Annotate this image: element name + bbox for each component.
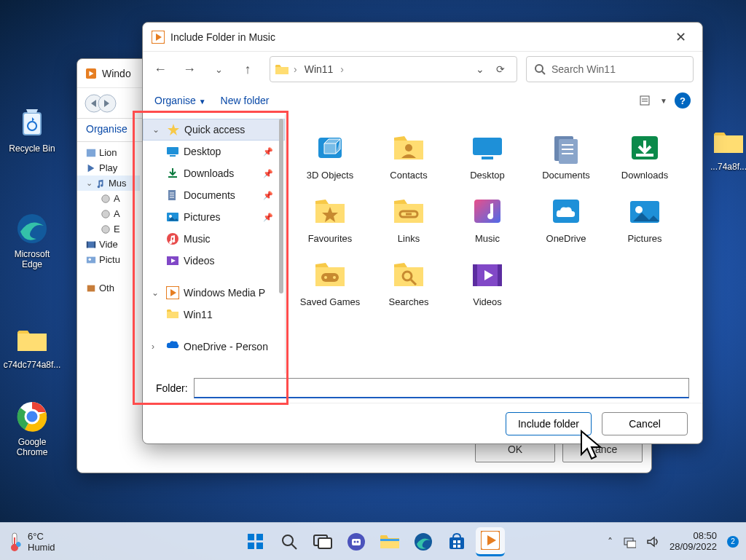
desktop-icon-folder-right[interactable]: ...74a8f... [699,124,746,172]
tree-item[interactable]: E [114,224,120,234]
cursor-icon [579,430,605,462]
nav-label: Downloads [184,167,234,179]
nav-pictures[interactable]: Pictures 📌 [143,206,285,228]
back-button[interactable]: ← [147,56,173,82]
folder-name-input[interactable] [194,378,689,398]
folder-tile-searches[interactable]: Searches [372,254,446,310]
folder-tile-saved-games[interactable]: Saved Games [293,254,367,310]
disc-icon [101,194,111,204]
search-taskbar[interactable] [275,527,304,556]
chevron-right-icon: › [152,342,162,352]
desktop-label: c74dc774a8f... [3,360,61,370]
tree-item[interactable]: A [114,193,120,204]
tree-item[interactable]: Pictu [99,254,120,265]
close-button[interactable]: ✕ [668,26,694,48]
nav-videos[interactable]: Videos [143,250,285,272]
play-icon [86,163,96,173]
thermometer-icon [7,532,22,552]
svg-rect-51 [473,138,502,155]
folder-icon [275,63,289,76]
nav-arrows[interactable] [85,94,117,113]
folder-icon [15,322,50,357]
folder-tile-desktop[interactable]: Desktop [450,127,525,184]
folder-tile-favourites[interactable]: Favourites [293,191,367,247]
tile-label: Desktop [453,170,522,181]
tree-item[interactable]: A [114,208,120,219]
up-button[interactable]: ↑ [235,56,261,82]
svg-point-44 [167,233,178,245]
organise-menu[interactable]: Organise ▼ [154,95,206,106]
nav-downloads[interactable]: Downloads 📌 [143,162,285,184]
start-button[interactable] [241,527,270,556]
breadcrumb[interactable]: Win11 [302,62,337,76]
forward-button[interactable]: → [176,56,203,82]
chevron-down-icon[interactable]: ⌄ [476,63,484,75]
folder-tile-music[interactable]: Music [450,191,525,247]
nav-quick-access[interactable]: ⌄ Quick access [143,119,285,141]
folder-tile-pictures[interactable]: Pictures [608,191,682,247]
tree-item[interactable]: Mus [109,178,127,189]
folder-tile-videos[interactable]: Videos [450,254,525,310]
svg-point-21 [89,258,92,261]
tree-item[interactable]: Play [99,162,117,173]
new-folder-button[interactable]: New folder [221,95,270,106]
nav-documents[interactable]: Documents 📌 [143,184,285,206]
tree-item[interactable]: Oth [99,283,114,293]
notification-badge[interactable]: 2 [727,536,739,548]
address-bar[interactable]: › Win11 › ⌄ ⟳ [270,56,517,82]
desktop-icon-recycle[interactable]: Recycle Bin [3,106,61,154]
desktop-icon-folder[interactable]: c74dc774a8f... [3,322,61,370]
help-button[interactable]: ? [675,92,691,109]
folder-tile-links[interactable]: Links [372,191,446,247]
tray-chevron-icon[interactable]: ˄ [608,536,613,548]
nav-label: Documents [184,189,235,201]
store-icon[interactable] [442,527,471,556]
svg-point-83 [283,535,293,545]
nav-wmp[interactable]: ⌄ Windows Media P [143,282,285,304]
navigation-pane: ⌄ Quick access Desktop 📌 Downloads 📌 Doc… [143,114,286,374]
clock[interactable]: 08:50 28/09/2022 [670,531,717,553]
folder-tile-3d-objects[interactable]: 3D Objects [293,127,367,184]
history-button[interactable]: ⌄ [205,56,232,82]
svg-point-14 [102,194,110,202]
cancel-button[interactable]: Cancel [602,412,688,435]
nav-onedrive[interactable]: › OneDrive - Person [143,336,285,358]
search-input[interactable]: Search Win11 [526,56,694,82]
nav-win11[interactable]: Win11 [143,304,285,326]
chat-icon[interactable] [342,527,371,556]
svg-rect-12 [87,149,95,157]
task-view[interactable] [308,527,337,556]
folder-tile-documents[interactable]: Documents [529,127,603,184]
folder-tile-downloads[interactable]: Downloads [608,127,682,184]
svg-rect-74 [498,264,502,286]
folder-tile-contacts[interactable]: Contacts [372,127,446,184]
scrollbar-thumb[interactable] [279,119,283,293]
edge-taskbar[interactable] [409,527,438,556]
nav-desktop[interactable]: Desktop 📌 [143,141,285,162]
wmp-taskbar[interactable] [476,527,505,556]
desktop-label: Recycle Bin [3,143,61,154]
tree-item[interactable]: Lion [99,147,117,158]
network-icon[interactable] [623,535,636,548]
desktop-label: Google Chrome [3,437,61,457]
folder-tile-icon [311,257,349,292]
chevron-down-icon[interactable]: ▼ [660,97,667,105]
nav-music[interactable]: Music [143,228,285,250]
pictures-icon [86,255,96,265]
desktop-label: Microsoft Edge [3,249,61,269]
folder-tile-icon [311,194,349,229]
volume-icon[interactable] [646,535,659,548]
view-options-button[interactable] [640,95,653,106]
desktop-icon-edge[interactable]: Microsoft Edge [3,211,61,269]
tree-item[interactable]: Vide [99,239,118,250]
videos-icon [86,240,96,250]
pictures-icon [166,210,179,224]
svg-rect-80 [256,534,263,540]
refresh-button[interactable]: ⟳ [489,63,512,75]
explorer-icon[interactable] [375,527,404,556]
svg-rect-52 [482,157,493,159]
weather-widget[interactable]: 6°C Humid [7,531,55,553]
svg-point-29 [535,65,543,72]
folder-tile-onedrive[interactable]: OneDrive [529,191,603,247]
desktop-icon-chrome[interactable]: Google Chrome [3,399,61,457]
